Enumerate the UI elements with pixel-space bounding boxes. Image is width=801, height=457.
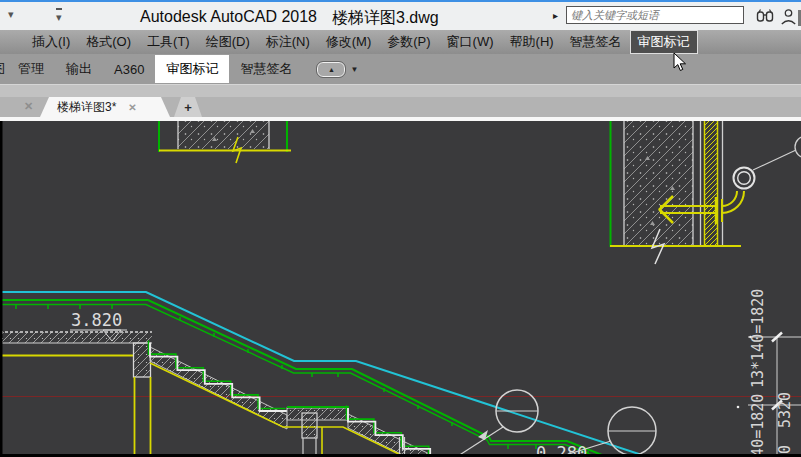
menu-parametric[interactable]: 参数(P) xyxy=(379,30,438,54)
menu-bar: 插入(I) 格式(O) 工具(T) 绘图(D) 标注(N) 修改(M) 参数(P… xyxy=(0,30,801,54)
ribbon-collapse-control[interactable]: ▲ ▼ xyxy=(317,62,358,77)
menu-review-mark[interactable]: 审图标记 xyxy=(630,30,698,54)
ribbon-tab-a360[interactable]: A360 xyxy=(103,56,155,83)
new-tab-button[interactable]: + xyxy=(174,97,202,117)
dim-text-flight-lower: 13*140=1820 xyxy=(749,394,767,457)
vertical-dimensions: 13*140=1820 13*140=1820 5320 5320 xyxy=(737,289,801,457)
menu-smart-sign[interactable]: 智慧签名 xyxy=(562,30,630,54)
ribbon-tab-smart-sign[interactable]: 智慧签名 xyxy=(229,54,303,84)
mouse-cursor xyxy=(673,52,687,72)
canvas-left-edge xyxy=(0,121,3,457)
file-tab-label: 楼梯详图3* xyxy=(57,99,116,116)
drawing-canvas-area[interactable]: 3.820 0.280 xyxy=(0,121,801,457)
menu-tools[interactable]: 工具(T) xyxy=(139,30,198,54)
file-tab-bar: ✕ 楼梯详图3* ✕ + xyxy=(0,97,801,117)
dim-text-flight-upper: 13*140=1820 xyxy=(749,289,767,388)
ribbon-collapse-button[interactable]: ▲ xyxy=(317,62,345,77)
quick-access-dropdown-icon[interactable]: ▾ xyxy=(8,8,14,21)
ribbon-tab-output[interactable]: 输出 xyxy=(55,54,103,84)
app-title: Autodesk AutoCAD 2018 xyxy=(140,8,317,26)
detail-callout-circle-clipped xyxy=(795,136,801,158)
menu-modify[interactable]: 修改(M) xyxy=(318,30,380,54)
sign-in-person-icon[interactable] xyxy=(780,8,797,29)
ribbon-tab-view-partial[interactable]: 图 xyxy=(0,54,7,84)
file-tab-close-icon[interactable]: ✕ xyxy=(128,102,136,113)
autocad-window: ▾ ▾ Autodesk AutoCAD 2018 楼梯详图3.dwg ▸ 插入… xyxy=(0,0,801,457)
wall-section-top xyxy=(159,121,291,163)
search-input[interactable] xyxy=(566,6,744,24)
handrail-section-circle xyxy=(734,168,755,189)
menu-window[interactable]: 窗口(W) xyxy=(439,30,502,54)
wall-section-right xyxy=(610,121,801,264)
step-nosing-green xyxy=(149,341,286,409)
ribbon-collapse-caret-icon[interactable]: ▼ xyxy=(350,65,358,74)
overflow-tab-close-icon[interactable]: ✕ xyxy=(24,100,33,113)
search-expand-icon[interactable]: ▸ xyxy=(553,10,558,21)
ribbon-tab-manage[interactable]: 管理 xyxy=(7,54,55,84)
upper-flight-steps xyxy=(150,343,287,411)
menu-format[interactable]: 格式(O) xyxy=(78,30,139,54)
dim-text-total-upper: 5320 xyxy=(776,392,794,428)
ribbon-tab-review-mark[interactable]: 审图标记 xyxy=(155,55,229,83)
leader-line xyxy=(753,150,796,170)
file-tab-active[interactable]: 楼梯详图3* ✕ xyxy=(40,97,170,117)
detail-callout-1 xyxy=(458,390,538,456)
search-binoculars-icon[interactable] xyxy=(755,8,775,28)
drawing-canvas[interactable]: 3.820 0.280 xyxy=(0,121,801,457)
menu-insert[interactable]: 插入(I) xyxy=(24,30,78,54)
toolbar-strip xyxy=(0,84,801,97)
menu-help[interactable]: 帮助(H) xyxy=(502,30,562,54)
stair-structure xyxy=(0,332,470,457)
menu-draw[interactable]: 绘图(D) xyxy=(198,30,258,54)
elevation-label-upper: 3.820 xyxy=(71,310,122,330)
title-bar: ▾ ▾ Autodesk AutoCAD 2018 楼梯详图3.dwg ▸ xyxy=(0,0,801,30)
landing-column xyxy=(302,413,317,438)
menu-dimension[interactable]: 标注(N) xyxy=(258,30,318,54)
quick-access-customize-icon[interactable]: ▾ xyxy=(56,8,62,24)
document-title: 楼梯详图3.dwg xyxy=(332,8,439,29)
